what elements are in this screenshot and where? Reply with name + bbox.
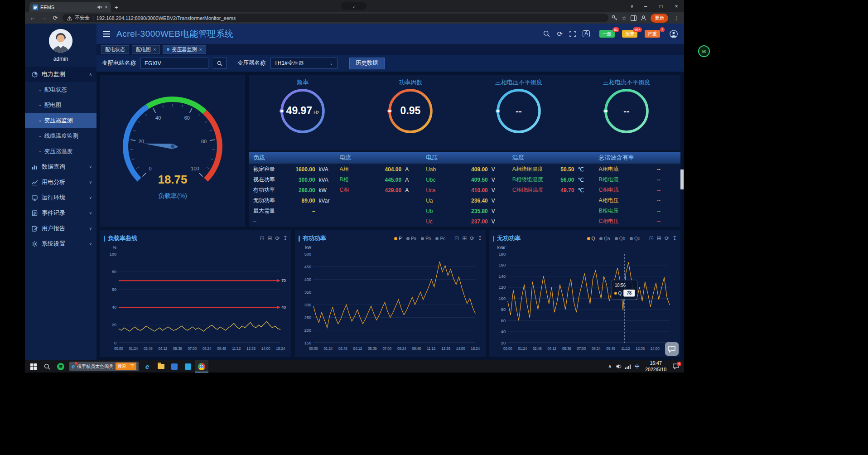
window-close-button[interactable]: × [669, 0, 684, 12]
action-center-button[interactable]: 4 [670, 360, 682, 373]
toolbox-dataview-icon[interactable]: ⊞ [657, 235, 661, 242]
window-minimize-button[interactable]: – [638, 0, 653, 12]
sidebar-item[interactable]: 用电分析∨ [25, 174, 96, 190]
password-key-icon[interactable] [612, 15, 617, 21]
feedback-chat-button[interactable] [665, 342, 679, 356]
browser-tab-eems[interactable]: EEMS × [29, 2, 111, 12]
alarm-badge[interactable]: 一般81 [599, 30, 615, 38]
side-panel-icon[interactable] [631, 15, 637, 21]
chrome-taskbar-icon[interactable] [195, 360, 208, 373]
sidebar-item[interactable]: 数据查询∨ [25, 159, 96, 174]
sidebar-item[interactable]: 事件记录∨ [25, 205, 96, 221]
bookmark-star-icon[interactable]: ☆ [622, 15, 627, 21]
svg-text:12:36: 12:36 [441, 347, 450, 351]
transformer-select[interactable]: TR1#变压器 ⌄ [270, 58, 338, 69]
row-label: C相 [340, 186, 378, 194]
sidebar-subitem[interactable]: •配电图 [25, 97, 96, 113]
view-tab[interactable]: 变压器监测× [163, 45, 206, 54]
refresh-icon[interactable]: ⟳ [557, 30, 563, 38]
toolbox-save-icon[interactable]: ⊡ [649, 235, 654, 242]
user-avatar-icon[interactable] [670, 30, 678, 38]
sidebar-item[interactable]: 系统设置∨ [25, 236, 96, 252]
sidebar-subitem[interactable]: •变压器温度 [25, 144, 96, 159]
tab-audio-mute-icon[interactable] [97, 5, 102, 10]
toolbox-download-icon[interactable]: ↧ [477, 235, 482, 242]
row-value: 236.40 [464, 198, 488, 204]
window-maximize-button[interactable]: □ [653, 0, 669, 12]
legend-item[interactable]: Pc [435, 236, 445, 241]
browser-menu-icon[interactable]: ⋮ [672, 15, 680, 21]
show-desktop-button[interactable] [682, 360, 684, 373]
sidebar-subitem[interactable]: •变压器监测 [25, 113, 96, 128]
app-icon-blue[interactable] [168, 360, 181, 373]
sidebar-item[interactable]: 用户报告∨ [25, 221, 96, 236]
close-icon[interactable]: × [199, 47, 202, 52]
toolbox-download-icon[interactable]: ↧ [672, 235, 677, 242]
legend-label: Pb [425, 236, 431, 241]
sidebar-subitem[interactable]: •线缆温度监测 [25, 128, 96, 144]
spotify-icon[interactable] [54, 360, 68, 373]
taskbar-clock[interactable]: 16:47 2022/5/10 [645, 360, 666, 372]
toolbox-download-icon[interactable]: ↧ [283, 235, 288, 242]
toolbox-restore-icon[interactable]: ⟳ [470, 235, 474, 242]
toolbox-restore-icon[interactable]: ⟳ [275, 235, 280, 242]
legend-item[interactable]: Qb [615, 236, 625, 241]
sidebar-toggle-icon[interactable] [103, 31, 110, 37]
address-bar[interactable]: 不安全 | 192.168.204.112:8090/3000WEBV2/Tra… [63, 14, 608, 22]
sidebar-item[interactable]: 运行环境∨ [25, 190, 96, 205]
font-size-icon[interactable]: A [583, 30, 590, 37]
reload-button[interactable]: ⟳ [51, 15, 59, 21]
legend-item[interactable]: Pa [406, 236, 416, 241]
tab-close-icon[interactable]: × [105, 4, 108, 10]
view-tab[interactable]: 配电图× [132, 45, 160, 54]
search-icon[interactable] [543, 30, 550, 37]
toolbox-restore-icon[interactable]: ⟳ [665, 235, 669, 242]
kpi-ring: -- [492, 87, 545, 137]
news-widget-search-button[interactable]: 搜索一下 [116, 363, 136, 370]
back-button[interactable]: ← [29, 15, 37, 21]
legend-item[interactable]: Q [587, 236, 595, 241]
history-data-button[interactable]: 历史数据 [349, 58, 385, 69]
taskbar-search-button[interactable] [40, 360, 54, 373]
page-scrollbar-thumb[interactable] [680, 169, 684, 189]
toolbox-save-icon[interactable]: ⊡ [454, 235, 459, 242]
news-search-widget[interactable]: e 俄宇航员太空阅兵 搜索一下 [69, 362, 139, 371]
user-avatar[interactable] [49, 29, 72, 53]
clock-time: 16:47 [645, 360, 666, 366]
alarm-badge[interactable]: 报警99+ [622, 30, 637, 38]
new-tab-button[interactable]: + [111, 2, 122, 12]
forward-button[interactable]: → [40, 15, 48, 21]
window-menu-pill[interactable]: ⌄ [341, 2, 366, 10]
fullscreen-icon[interactable] [569, 31, 576, 37]
tab-search-chevron-icon[interactable]: ∨ [626, 0, 638, 12]
tray-expand-icon[interactable]: ∧ [605, 363, 614, 369]
ime-indicator[interactable]: 中 [632, 363, 641, 370]
volume-icon[interactable] [614, 364, 623, 369]
recorder-overlay-badge[interactable]: 68 [698, 45, 710, 57]
app-icon-lightblue[interactable] [181, 360, 195, 373]
row-value: -- [637, 166, 661, 173]
alarm-badge[interactable]: 严重7 [645, 30, 660, 38]
chrome-update-button[interactable]: 更新 [651, 14, 668, 23]
sidebar-subitem-label: 变压器监测 [44, 117, 73, 125]
toolbox-dataview-icon[interactable]: ⊞ [462, 235, 467, 242]
file-explorer-icon[interactable] [154, 360, 168, 373]
svg-text:02:48: 02:48 [338, 347, 347, 351]
close-icon[interactable]: × [153, 47, 156, 52]
sidebar-subitem[interactable]: •配电状态 [25, 82, 96, 97]
network-icon[interactable] [623, 364, 632, 369]
profile-avatar-icon[interactable] [641, 15, 646, 21]
station-search-button[interactable] [213, 58, 227, 69]
legend-item[interactable]: Qa [599, 236, 610, 241]
table-row: 无功功率89.00kVar [253, 195, 331, 206]
ie-taskbar-icon[interactable]: e [140, 360, 154, 373]
view-tab[interactable]: 配电状态 [101, 45, 129, 54]
toolbox-save-icon[interactable]: ⊡ [260, 235, 264, 242]
station-input[interactable] [140, 58, 208, 69]
legend-item[interactable]: Pb [421, 236, 431, 241]
toolbox-dataview-icon[interactable]: ⊞ [267, 235, 272, 242]
legend-item[interactable]: P [394, 236, 402, 241]
legend-item[interactable]: Qc [630, 236, 640, 241]
sidebar-item[interactable]: 电力监测∧ [25, 67, 96, 82]
start-button[interactable] [27, 360, 40, 373]
